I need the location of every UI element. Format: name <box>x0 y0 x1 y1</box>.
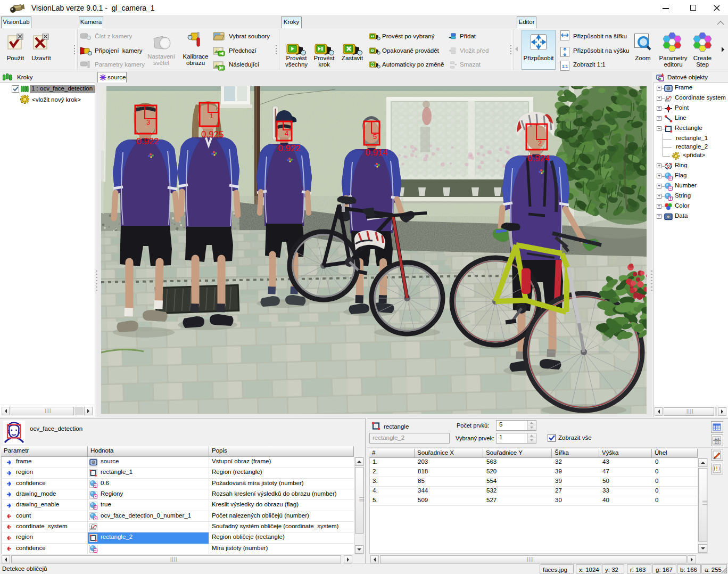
svg-text:123: 123 <box>714 441 719 444</box>
svg-text:!: ! <box>716 465 718 472</box>
svg-text:0.914: 0.914 <box>365 147 388 158</box>
svg-text:3: 3 <box>146 118 150 126</box>
svg-text:~: ~ <box>669 186 672 190</box>
svg-text:0.924: 0.924 <box>527 153 550 163</box>
svg-text:123: 123 <box>714 437 719 440</box>
svg-text:0.922: 0.922 <box>136 136 159 146</box>
svg-text:1: 1 <box>210 112 213 120</box>
svg-text:T: T <box>669 196 672 200</box>
svg-text:2: 2 <box>538 139 542 147</box>
svg-text:5: 5 <box>373 133 377 141</box>
svg-text:0.925: 0.925 <box>201 129 224 140</box>
svg-text:F: F <box>94 505 96 509</box>
svg-text:4: 4 <box>285 129 288 137</box>
svg-text:0.922: 0.922 <box>278 143 301 153</box>
svg-text:1:1: 1:1 <box>562 64 568 69</box>
svg-text:F: F <box>669 176 672 180</box>
